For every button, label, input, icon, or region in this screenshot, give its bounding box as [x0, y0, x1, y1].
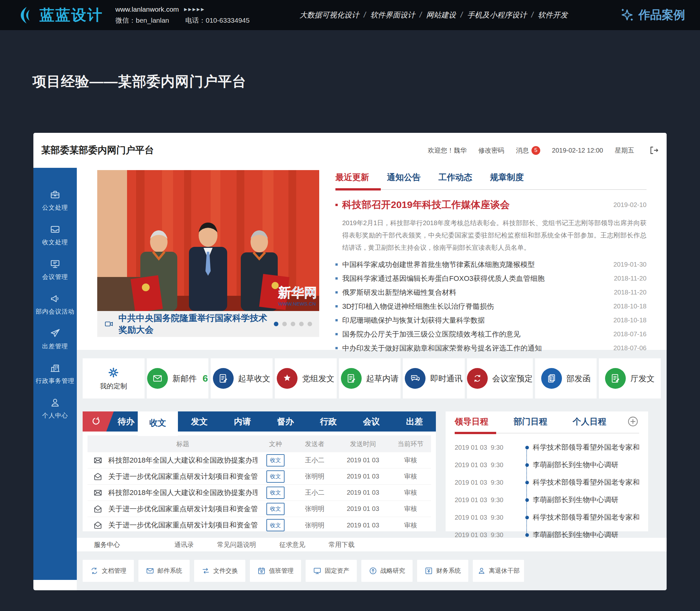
news-tab-通知公告[interactable]: 通知公告 [387, 172, 421, 183]
todo-row-time: 2019 01 03 [336, 473, 390, 480]
carousel-caption-text[interactable]: 中共中央国务院隆重举行国家科学技术奖励大会 [119, 312, 269, 336]
todo-tab-发文[interactable]: 发文 [178, 412, 221, 432]
timeline-dot-icon [525, 533, 529, 537]
schedule-tab-部门日程[interactable]: 部门日程 [514, 416, 548, 427]
mail-open-icon [93, 521, 102, 530]
carousel-dot[interactable] [308, 322, 312, 326]
news-tab-最近更新[interactable]: 最近更新 [335, 172, 369, 183]
news-tabs-underline [335, 188, 646, 191]
news-list-item[interactable]: 3D打印植入物促进神经细胞生长以治疗脊髓损伤 2018-10-18 [335, 299, 646, 313]
footer-app-文件交换[interactable]: 文件交换 [194, 560, 245, 582]
schedule-entry[interactable]: 2019 01 03 9:30 科学技术部领导看望外国老专家和外国老专家家属 [455, 509, 639, 526]
carousel-photo[interactable]: 新华网 WWW.NEWS.CN [97, 170, 319, 311]
footer-app-文档管理[interactable]: 文档管理 [83, 560, 134, 582]
change-password-link[interactable]: 修改密码 [478, 146, 504, 155]
quick-action-新邮件[interactable]: 新邮件 6 [147, 358, 209, 399]
todo-table-row[interactable]: 科技部2018年全国人大建议和全国政协提案办理情况 收文 王小二 2019 01… [87, 485, 431, 501]
todo-table-row[interactable]: 科技部2018年全国人大建议和全国政协提案办理情况 收文 王小二 2019 01… [87, 452, 431, 468]
quick-action-部发函[interactable]: 部发函 [535, 358, 597, 399]
footer-link-常见问题说明[interactable]: 常见问题说明 [217, 540, 256, 549]
quick-action-党组发文[interactable]: 党组发文 [275, 358, 337, 399]
news-list-item[interactable]: 中国科学家成功创建世界首批生物节律紊乱体细胞克隆猴模型 2019-01-30 [335, 257, 646, 271]
footer-app-财务系统[interactable]: 财务系统 [417, 560, 468, 582]
todo-tab-会议[interactable]: 会议 [350, 412, 393, 432]
footer-app-值班管理[interactable]: 值班管理 [250, 560, 301, 582]
news-list-item[interactable]: 我国科学家通过基因编辑长寿蛋白FOXO3获得优质人类血管细胞 2018-11-2… [335, 271, 646, 285]
news-tab-规章制度[interactable]: 规章制度 [490, 172, 524, 183]
schedule-entry[interactable]: 2019 01 03 9:30 李萌副部长到生物中心调研 [455, 456, 639, 474]
sidebar-item-会议管理[interactable]: 会议管理 [42, 258, 68, 281]
footer-app-固定资产[interactable]: 固定资产 [306, 560, 357, 582]
bullet [335, 263, 338, 266]
top-nav-item[interactable]: 软件开发 [538, 10, 568, 20]
todo-tab-内请[interactable]: 内请 [221, 412, 264, 432]
footer-app-战略研究[interactable]: 战略研究 [361, 560, 412, 582]
schedule-entry[interactable]: 2019 01 03 9:30 科学技术部领导看望外国老专家和外国老专家家属 [455, 439, 639, 456]
svg-text:WWW.NEWS.CN: WWW.NEWS.CN [278, 301, 316, 307]
news-list-item[interactable]: 印尼珊瑚礁保护与恢复计划获得大量科学数据 2018-10-18 [335, 313, 646, 327]
todo-row-title: 关于进一步优化国家重点研发计划项目和资金管理的通知 [108, 520, 257, 530]
todo-row-time: 2019 01 03 [336, 489, 390, 496]
brand[interactable]: 蓝蓝设计 [15, 5, 103, 25]
todo-tab-收文[interactable]: 收文 [138, 412, 178, 436]
todo-column-header: 文种 [257, 439, 294, 448]
portfolio-link[interactable]: 作品案例 [619, 7, 685, 23]
todo-row-step: 审核 [390, 521, 431, 530]
sidebar-item-个人中心[interactable]: 个人中心 [42, 397, 68, 420]
carousel-dot[interactable] [299, 322, 304, 326]
todo-column-header: 标题 [108, 439, 257, 448]
sidebar-item-收文处理[interactable]: 收文处理 [42, 224, 68, 247]
top-nav-item[interactable]: 网站建设 [426, 10, 456, 20]
refresh-icon [91, 416, 101, 427]
news-tab-工作动态[interactable]: 工作动态 [438, 172, 472, 183]
todo-row-step: 审核 [390, 488, 431, 497]
todo-tab-出差[interactable]: 出差 [393, 412, 436, 432]
sidebar-item-行政事务管理[interactable]: 行政事务管理 [35, 362, 74, 385]
quick-action-厅发文[interactable]: 厅发文 [599, 358, 661, 399]
top-nav-item[interactable]: 大数据可视化设计 [300, 10, 359, 20]
quick-action-我的定制[interactable]: 我的定制 [83, 358, 145, 399]
quick-action-起草内请[interactable]: 起草内请 [339, 358, 401, 399]
quick-action-即时通讯[interactable]: 即时通讯 [403, 358, 465, 399]
todo-table-row[interactable]: 关于进一步优化国家重点研发计划项目和资金管理的通知 收文 张明明 2019 01… [87, 468, 431, 485]
carousel-dot[interactable] [274, 322, 278, 326]
quick-action-起草收文[interactable]: 起草收文 [211, 358, 273, 399]
todo-tab-督办[interactable]: 督办 [264, 412, 307, 432]
timeline-dot-icon [525, 481, 529, 484]
featured-news-title[interactable]: 科技部召开2019年科技工作媒体座谈会 [342, 198, 510, 211]
todo-panel: 待办 收文发文内请督办行政会议出差 标题文种发送者发送时间当前环节 科技部201… [83, 412, 436, 531]
top-nav-item[interactable]: 软件界面设计 [370, 10, 415, 20]
carousel-dot[interactable] [291, 322, 295, 326]
schedule-entry[interactable]: 2019 01 03 9:30 李萌副部长到生物中心调研 [455, 491, 639, 509]
messages-link[interactable]: 消息 5 [516, 146, 540, 155]
todo-table-row[interactable]: 关于进一步优化国家重点研发计划项目和资金管理的通知 收文 张明明 2019 01… [87, 501, 431, 517]
top-nav-item[interactable]: 手机及小程序设计 [467, 10, 527, 20]
schedule-entry[interactable]: 2019 01 03 9:30 科学技术部领导看望外国老专家和外国老专家家属 [455, 474, 639, 491]
sidebar-item-出差管理[interactable]: 出差管理 [42, 328, 68, 351]
news-list-item[interactable]: 国务院办公厅关于加强三级公立医院绩效考核工作的意见 2018-07-16 [335, 327, 646, 341]
schedule-tab-个人日程[interactable]: 个人日程 [573, 416, 606, 427]
footer-link-通讯录[interactable]: 通讯录 [174, 540, 194, 549]
footer-link-征求意见[interactable]: 征求意见 [279, 540, 305, 549]
todo-flag [83, 412, 114, 432]
carousel-dot[interactable] [282, 322, 287, 326]
sidebar-item-label: 出差管理 [42, 342, 68, 351]
footer-link-服务中心[interactable]: 服务中心 [94, 540, 120, 549]
news-list-item[interactable]: 中办印发关于做好国家勋章和国家荣誉称号提名评选工作的通知 2018-07-06 [335, 341, 646, 355]
bullet [335, 347, 338, 349]
footer-link-常用下载[interactable]: 常用下载 [329, 540, 354, 549]
todo-tab-行政[interactable]: 行政 [307, 412, 350, 432]
sidebar-item-部内会议活动[interactable]: 部内会议活动 [35, 293, 74, 316]
news-list-item[interactable]: 俄罗斯研发出新型纳米磁性复合材料 2018-11-20 [335, 285, 646, 299]
quick-action-会议室预定[interactable]: 会议室预定 [467, 358, 533, 399]
sidebar-item-公文处理[interactable]: 公文处理 [42, 189, 68, 212]
plus-circle-icon[interactable] [627, 415, 639, 428]
website-link[interactable]: www.lanlanwork.com [115, 5, 179, 13]
news-item-date: 2018-11-20 [614, 289, 646, 296]
schedule-tab-领导日程[interactable]: 领导日程 [455, 416, 488, 427]
footer-app-邮件系统[interactable]: 邮件系统 [138, 560, 190, 582]
logout-icon[interactable] [648, 145, 659, 155]
quick-action-label: 党组发文 [302, 373, 334, 384]
footer-app-离退休干部[interactable]: 离退休干部 [473, 560, 524, 582]
todo-table-row[interactable]: 关于进一步优化国家重点研发计划项目和资金管理的通知 收文 张明明 2019 01… [87, 517, 431, 533]
